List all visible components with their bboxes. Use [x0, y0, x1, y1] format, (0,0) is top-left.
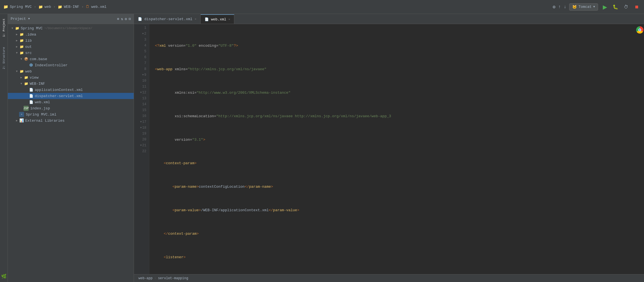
l7-closetag: param-name — [249, 184, 271, 190]
tomcat-config-button[interactable]: 🐱 Tomcat ▼ — [569, 3, 598, 11]
debug-button[interactable]: 🐛 — [611, 3, 619, 11]
file-tree: ▼ 📁 Spring MVC ~/Documents/ideaWorkSpace… — [8, 24, 134, 282]
gutter-4: 4 — [134, 43, 146, 49]
l3-indent — [155, 90, 175, 96]
l8-b3: </ — [269, 207, 273, 213]
tree-out[interactable]: ▶ 📁 out — [8, 44, 134, 50]
l1-attr1: version= — [168, 43, 186, 49]
l2-b1: < — [155, 66, 157, 72]
status-crumb-sep: › — [154, 276, 156, 280]
folder-icon-lib: 📁 — [19, 38, 24, 43]
tree-root-spring-mvc[interactable]: ▼ 📁 Spring MVC ~/Documents/ideaWorkSpace… — [8, 25, 134, 31]
arrow-web: ▼ — [15, 70, 19, 73]
editor-tabs-bar: 📄 dispatcher-servlet.xml ✕ 📄 web.xml ✕ — [134, 14, 644, 24]
l2-tag: web-app — [157, 66, 175, 72]
l4-attr1: xsi:schemaLocation= — [175, 113, 216, 119]
project-title-label: Project — [11, 17, 26, 21]
project-actions: ⊕ ⇅ ⚙ ⊟ — [117, 17, 131, 21]
gutter-1: 1 — [134, 25, 146, 31]
fold-icon-18[interactable]: ▼ — [140, 125, 142, 131]
folder-icon-src: 📁 — [19, 50, 24, 55]
l7-b3: </ — [245, 184, 249, 190]
toolbar-icon-1[interactable]: ⚙ — [553, 4, 555, 10]
tab-close-webxml[interactable]: ✕ — [228, 18, 230, 21]
project-dropdown-icon[interactable]: ▼ — [28, 17, 30, 20]
project-action-settings[interactable]: ⚙ — [125, 17, 127, 21]
tree-webxml[interactable]: ▶ 📄 web.xml — [8, 99, 134, 105]
tree-idea[interactable]: ▶ 📁 .idea — [8, 31, 134, 37]
tab-project[interactable]: 1: Project — [1, 16, 7, 39]
fold-icon-12[interactable]: ▼ — [140, 90, 142, 96]
folder-icon-com-base: 📦 — [24, 57, 29, 62]
stop-button[interactable]: ⏹ — [633, 3, 641, 11]
project-action-sync[interactable]: ⇅ — [121, 17, 123, 21]
icon-webxml: 📄 — [29, 100, 34, 105]
icon-ext-libs: 📊 — [19, 118, 24, 123]
tree-index-jsp[interactable]: ▶ JSP index.jsp — [8, 105, 134, 111]
tab-label-webxml: web.xml — [211, 17, 226, 22]
l1-bracket2: ?> — [234, 43, 238, 49]
tree-label-index-jsp: index.jsp — [30, 106, 50, 111]
project-title: Project ▼ — [11, 17, 30, 21]
gutter-11: 11 — [134, 84, 146, 90]
l2-val1: "http://xmlns.jcp.org/xml/ns/javaee" — [188, 66, 267, 72]
fold-icon-17[interactable]: ▼ — [140, 119, 142, 125]
tree-app-context-xml[interactable]: ▶ 📄 applicationContext.xml — [8, 87, 134, 93]
tree-view[interactable]: ▶ 📁 view — [8, 74, 134, 81]
breadcrumb-spring-mvc[interactable]: Spring MVC — [10, 5, 32, 9]
tree-lib[interactable]: ▶ 📁 lib — [8, 37, 134, 44]
tab-structure[interactable]: 2: Structure — [1, 45, 7, 71]
breadcrumb-web[interactable]: web — [45, 5, 51, 9]
l8-b1: < — [172, 207, 175, 213]
tree-webinf[interactable]: ▼ 📁 WEB-INF — [8, 81, 134, 87]
arrow-src: ▼ — [15, 51, 19, 55]
gutter-20: 20 — [134, 137, 146, 143]
arrow-com-base: ▼ — [19, 58, 24, 61]
editor-area: 📄 dispatcher-servlet.xml ✕ 📄 web.xml ✕ 1… — [134, 14, 644, 282]
fold-icon-2[interactable]: ▼ — [142, 31, 143, 37]
code-line-3: xmlns:xsi="http://www.w3.org/2001/XMLSch… — [155, 90, 635, 96]
tab-webxml[interactable]: 📄 web.xml ✕ — [201, 14, 235, 24]
git-icon[interactable]: 🌿 — [1, 274, 7, 279]
l8-closetag: param-value — [273, 207, 297, 213]
folder-icon-out: 📁 — [19, 44, 24, 49]
profile-button[interactable]: ⏱ — [622, 3, 630, 11]
tab-icon-webxml: 📄 — [205, 17, 209, 22]
tree-external-libs[interactable]: ▶ 📊 External Libraries — [8, 118, 134, 124]
tree-web[interactable]: ▼ 📁 web — [8, 68, 134, 74]
debug-icon: 🐛 — [613, 4, 618, 10]
toolbar-icon-2[interactable]: ↑ — [558, 4, 561, 10]
gutter-12: ▼12 — [134, 90, 146, 96]
tree-dispatcher-xml[interactable]: ▶ 📄 dispatcher-servlet.xml — [8, 93, 134, 99]
sep1: › — [34, 5, 36, 9]
tree-spring-mvc-iml[interactable]: ▶ ▫ Spring MVC.iml — [8, 111, 134, 118]
tree-label-idea: .idea — [25, 32, 36, 37]
tab-close-dispatcher[interactable]: ✕ — [195, 17, 196, 21]
top-bar: 📁 Spring MVC › 📁 web › 📁 WEB-INF › 🗒 web… — [0, 0, 644, 14]
folder-icon-webinf: 📁 — [24, 81, 29, 86]
breadcrumb-webinf[interactable]: WEB-INF — [64, 5, 79, 9]
breadcrumb-webxml[interactable]: web.xml — [91, 5, 106, 9]
sep2: › — [53, 5, 55, 9]
project-action-collapse[interactable]: ⊟ — [129, 17, 131, 21]
fold-icon-21[interactable]: ▼ — [140, 143, 142, 149]
toolbar-icon-3[interactable]: ↓ — [564, 4, 567, 10]
code-content-area[interactable]: <?xml version="1.0" encoding="UTF-8"?> <… — [149, 24, 635, 274]
tree-src[interactable]: ▼ 📁 src — [8, 50, 134, 56]
code-line-8: <param-value>/WEB-INF/applicationContext… — [155, 207, 635, 213]
l8-b2: > — [199, 207, 201, 213]
tree-index-controller[interactable]: ▶ 🅒 IndexController — [8, 62, 134, 68]
run-button[interactable]: ▶ — [601, 3, 609, 11]
code-line-10: <listener> — [155, 254, 635, 260]
side-tabs-panel: 1: Project 2: Structure 🌿 — [0, 14, 8, 282]
status-breadcrumb: web-app › servlet-mapping — [138, 276, 188, 280]
tree-com-base[interactable]: ▼ 📦 com.base — [8, 56, 134, 62]
l9-tag: context-param — [168, 231, 196, 237]
tab-dispatcher-servlet[interactable]: 📄 dispatcher-servlet.xml ✕ — [134, 14, 201, 24]
fold-icon-9[interactable]: ▼ — [142, 72, 143, 78]
l10-b2: > — [183, 254, 186, 260]
l5-indent — [155, 137, 175, 143]
line-numbers-gutter: 1 ▼2 3 4 5 6 7 8 ▼9 10 11 ▼12 13 14 — [134, 24, 149, 274]
gutter-5: 5 — [134, 49, 146, 55]
project-action-add[interactable]: ⊕ — [117, 17, 119, 21]
